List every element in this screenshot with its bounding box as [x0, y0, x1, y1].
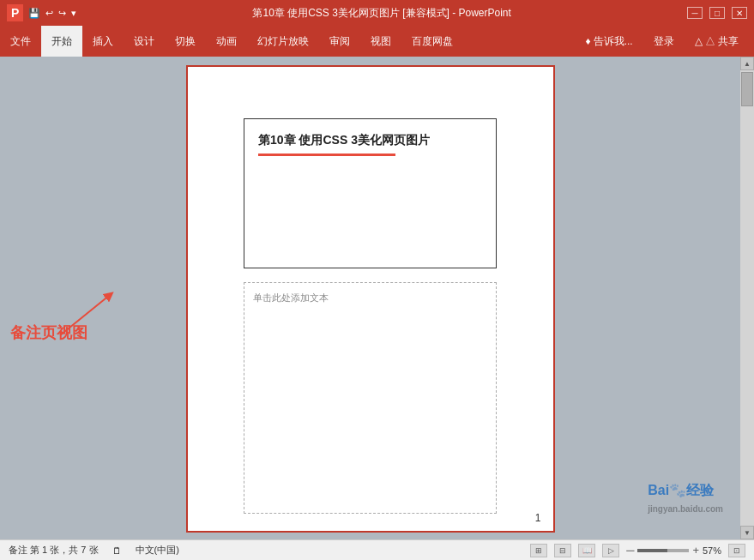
login-button[interactable]: 登录 [647, 26, 681, 57]
app-logo: P [7, 4, 23, 21]
notes-icon: 🗒 [112, 545, 122, 556]
tab-view[interactable]: 视图 [360, 26, 401, 57]
tab-baidu[interactable]: 百度网盘 [401, 26, 463, 57]
tab-file[interactable]: 文件 [0, 26, 41, 57]
tell-me-label: 告诉我... [594, 34, 633, 49]
normal-view-button[interactable]: ⊞ [530, 544, 547, 557]
zoom-minus-button[interactable]: ─ [626, 544, 634, 557]
tab-review[interactable]: 审阅 [319, 26, 360, 57]
zoom-slider[interactable] [637, 549, 689, 552]
redo-button[interactable]: ↪ [58, 8, 66, 19]
right-scrollbar: ▲ ▼ [740, 57, 754, 539]
close-button[interactable]: ✕ [732, 7, 747, 19]
zoom-level: 57% [703, 545, 721, 556]
zoom-bar: ─ + 57% [626, 544, 721, 557]
language-indicator: 中文(中国) [136, 544, 179, 557]
slide-area: 备注页视图 第10章 使用CSS 3美化网页图片 单击此处添加文本 1 [0, 57, 740, 539]
tab-design[interactable]: 设计 [124, 26, 165, 57]
status-bar-right: ⊞ ⊟ 📖 ▷ ─ + 57% ⊡ [530, 544, 745, 557]
scroll-down-button[interactable]: ▼ [740, 526, 754, 539]
slide-page: 第10章 使用CSS 3美化网页图片 单击此处添加文本 1 [186, 65, 555, 533]
ribbon-right: ♦ 告诉我... 登录 △ △ 共享 [579, 26, 754, 57]
slide-title-text: 第10章 使用CSS 3美化网页图片 [258, 133, 482, 148]
tab-transitions[interactable]: 切换 [165, 26, 206, 57]
baidu-watermark: Bai🐾经验 jingyan.baidu.com [648, 482, 723, 515]
scroll-up-button[interactable]: ▲ [740, 57, 754, 70]
slide-info: 备注 第 1 张，共 7 张 [9, 544, 99, 557]
slide-title-box[interactable]: 第10章 使用CSS 3美化网页图片 [244, 118, 497, 268]
save-button[interactable]: 💾 [28, 8, 40, 19]
title-bar-left: P 💾 ↩ ↪ ▾ [7, 4, 76, 21]
tab-home[interactable]: 开始 [41, 26, 82, 57]
title-bar: P 💾 ↩ ↪ ▾ 第10章 使用CSS 3美化网页图片 [兼容模式] - Po… [0, 0, 754, 26]
main-area: 备注页视图 第10章 使用CSS 3美化网页图片 单击此处添加文本 1 [0, 57, 754, 539]
scroll-thumb[interactable] [741, 72, 753, 106]
fit-window-button[interactable]: ⊡ [728, 544, 745, 557]
zoom-slider-fill [637, 549, 667, 552]
window-controls: ─ □ ✕ [687, 7, 747, 19]
share-button[interactable]: △ △ 共享 [688, 26, 745, 57]
slide-notes-box[interactable]: 单击此处添加文本 [244, 282, 497, 514]
slideshow-button[interactable]: ▷ [602, 544, 619, 557]
tell-me-search[interactable]: ♦ 告诉我... [579, 26, 640, 57]
title-underline [258, 154, 395, 156]
undo-button[interactable]: ↩ [45, 8, 53, 19]
status-bar: 备注 第 1 张，共 7 张 🗒 中文(中国) ⊞ ⊟ 📖 ▷ ─ + 57% … [0, 539, 754, 560]
restore-button[interactable]: □ [709, 7, 725, 19]
tab-animations[interactable]: 动画 [206, 26, 247, 57]
slide-sorter-button[interactable]: ⊟ [554, 544, 571, 557]
minimize-button[interactable]: ─ [687, 7, 703, 19]
slide-number: 1 [535, 512, 541, 524]
svg-line-1 [60, 295, 110, 335]
notes-placeholder: 单击此处添加文本 [253, 292, 487, 304]
tab-slideshow[interactable]: 幻灯片放映 [247, 26, 319, 57]
tab-insert[interactable]: 插入 [82, 26, 124, 57]
search-icon: ♦ [586, 35, 591, 47]
zoom-plus-button[interactable]: + [692, 544, 699, 557]
ribbon: 文件 开始 插入 设计 切换 动画 幻灯片放映 审阅 视图 百度网盘 ♦ 告诉我… [0, 26, 754, 57]
reading-view-button[interactable]: 📖 [578, 544, 595, 557]
annotation-arrow [51, 288, 120, 340]
window-title: 第10章 使用CSS 3美化网页图片 [兼容模式] - PowerPoint [76, 6, 687, 21]
share-icon: △ [695, 35, 703, 47]
